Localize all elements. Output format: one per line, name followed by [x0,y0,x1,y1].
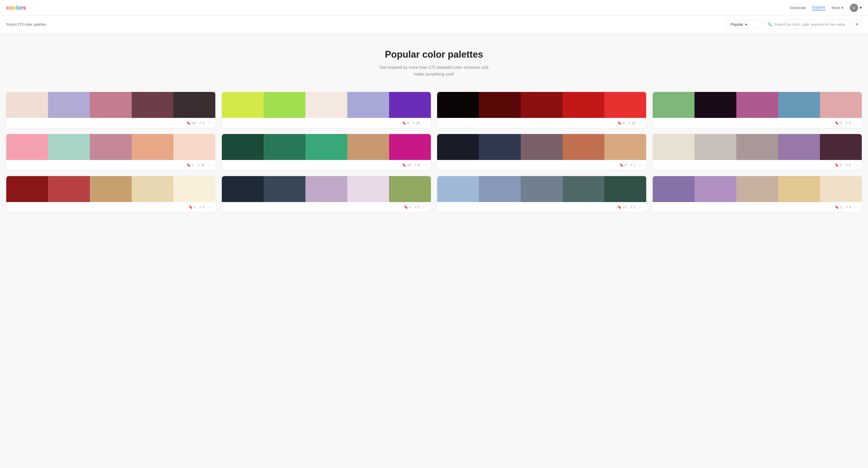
palette-more-button[interactable]: ··· [854,205,858,209]
nav-more[interactable]: More ▾ [832,5,844,10]
color-swatch[interactable] [389,134,431,160]
color-swatch[interactable] [222,134,264,160]
color-swatch[interactable] [778,134,820,160]
palette-card[interactable]: 🔖 6 ↗ 0 ··· [653,134,862,170]
color-swatch[interactable] [778,176,820,202]
color-swatch[interactable] [132,92,174,118]
color-swatch[interactable] [437,134,479,160]
color-swatch[interactable] [174,134,215,160]
palette-more-button[interactable]: ··· [854,121,858,125]
palette-more-button[interactable]: ··· [423,121,427,125]
color-swatch[interactable] [174,92,215,118]
color-swatch[interactable] [6,92,48,118]
palette-swatches [222,176,431,202]
color-swatch[interactable] [653,176,694,202]
color-swatch[interactable] [820,92,862,118]
color-swatch[interactable] [694,176,736,202]
color-swatch[interactable] [305,176,347,202]
nav-explore[interactable]: Explore [812,5,826,10]
color-swatch[interactable] [48,92,90,118]
color-swatch[interactable] [521,92,563,118]
palette-card[interactable]: 🔖 8 ↗ 25 ··· [222,92,431,128]
color-swatch[interactable] [48,176,90,202]
color-swatch[interactable] [90,134,132,160]
color-swatch[interactable] [264,134,305,160]
color-swatch[interactable] [604,176,646,202]
color-swatch[interactable] [90,92,132,118]
sort-dropdown[interactable]: Popular ▾ [727,20,761,29]
color-swatch[interactable] [820,134,862,160]
color-swatch[interactable] [563,176,604,202]
palette-more-button[interactable]: ··· [423,205,427,209]
color-swatch[interactable] [563,134,604,160]
palette-more-button[interactable]: ··· [854,163,858,167]
share-count: ↗ 9 [845,205,850,209]
color-swatch[interactable] [174,176,215,202]
color-swatch[interactable] [736,92,778,118]
avatar: U [850,4,858,12]
palette-card[interactable]: 🔖 2 ↗ 9 ··· [653,176,862,212]
palette-card[interactable]: 🔖 34 ↗ 0 ··· [6,92,216,128]
palette-card[interactable]: 🔖 3 ↗ 0 ··· [653,92,862,128]
color-swatch[interactable] [222,176,264,202]
palette-card[interactable]: 🔖 1 ↗ 18 ··· [6,134,216,170]
color-swatch[interactable] [604,134,646,160]
color-swatch[interactable] [653,92,694,118]
palette-card[interactable]: 🔖 11 ↗ 5 ··· [437,176,647,212]
menu-icon: ≡ [856,22,858,27]
color-swatch[interactable] [736,176,778,202]
palette-more-button[interactable]: ··· [208,205,212,209]
color-swatch[interactable] [132,176,174,202]
color-swatch[interactable] [305,134,347,160]
nav-generate[interactable]: Generate [789,5,806,10]
color-swatch[interactable] [347,134,389,160]
palette-more-button[interactable]: ··· [423,163,427,167]
palette-more-button[interactable]: ··· [639,163,643,167]
color-swatch[interactable] [132,134,174,160]
color-swatch[interactable] [264,176,305,202]
palette-card[interactable]: 🔖 7 ↗ 2 ··· [222,176,431,212]
color-swatch[interactable] [694,92,736,118]
palette-more-button[interactable]: ··· [208,163,212,167]
color-swatch[interactable] [736,134,778,160]
palette-more-button[interactable]: ··· [639,205,643,209]
color-swatch[interactable] [521,176,563,202]
color-swatch[interactable] [479,92,521,118]
color-swatch[interactable] [479,134,521,160]
color-swatch[interactable] [264,92,305,118]
color-swatch[interactable] [521,134,563,160]
color-swatch[interactable] [778,92,820,118]
color-swatch[interactable] [820,176,862,202]
color-swatch[interactable] [90,176,132,202]
color-swatch[interactable] [389,176,431,202]
color-swatch[interactable] [479,176,521,202]
color-swatch[interactable] [437,92,479,118]
color-swatch[interactable] [437,176,479,202]
color-swatch[interactable] [563,92,604,118]
user-avatar-button[interactable]: U ▾ [850,4,862,12]
color-swatch[interactable] [389,92,431,118]
search-input-wrapper[interactable]: 🔍 Search by color, style, keyword or hex… [764,20,849,29]
palette-card[interactable]: 🔖 5 ↗ 3 ··· [6,176,216,212]
color-swatch[interactable] [222,92,264,118]
color-swatch[interactable] [6,176,48,202]
color-swatch[interactable] [6,134,48,160]
view-toggle-button[interactable]: ≡ [852,20,862,29]
palette-card[interactable]: 🔖 9 ↗ 1 ··· [437,134,647,170]
palette-card[interactable]: 🔖 10 ↗ 8 ··· [222,134,431,170]
color-swatch[interactable] [305,92,347,118]
color-swatch[interactable] [48,134,90,160]
save-number: 1 [192,163,193,167]
color-swatch[interactable] [694,134,736,160]
save-count: 🔖 6 [835,163,842,167]
share-number: 2 [418,205,420,209]
color-swatch[interactable] [347,176,389,202]
palette-more-button[interactable]: ··· [208,121,212,125]
palette-card[interactable]: 🔖 4 ↗ 24 ··· [437,92,647,128]
share-icon: ↗ [199,121,202,125]
logo[interactable]: coolors [6,4,26,11]
color-swatch[interactable] [653,134,694,160]
color-swatch[interactable] [347,92,389,118]
color-swatch[interactable] [604,92,646,118]
palette-more-button[interactable]: ··· [639,121,643,125]
